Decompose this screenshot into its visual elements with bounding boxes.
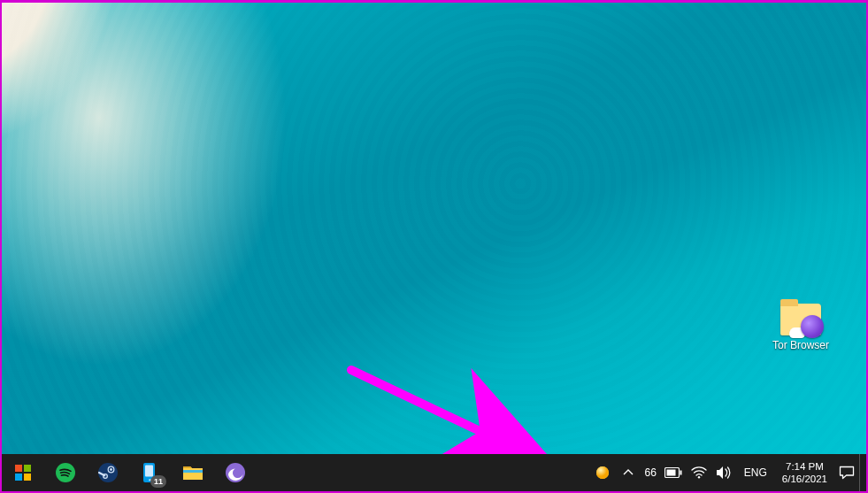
svg-rect-4 bbox=[24, 474, 31, 481]
taskbar-app-firefox[interactable] bbox=[214, 454, 257, 491]
annotation-arrow bbox=[351, 370, 555, 455]
weather-temp[interactable]: 66 bbox=[641, 466, 659, 479]
wifi-icon bbox=[691, 466, 707, 479]
taskbar-app-steam[interactable] bbox=[87, 454, 129, 491]
steam-icon bbox=[97, 462, 119, 483]
svg-rect-11 bbox=[145, 466, 153, 477]
taskbar-badge: 11 bbox=[150, 475, 166, 488]
tray-overflow-button[interactable] bbox=[616, 454, 641, 491]
chevron-up-icon bbox=[623, 467, 634, 478]
svg-rect-1 bbox=[15, 465, 22, 472]
ime-label: ENG bbox=[741, 466, 771, 479]
battery-icon bbox=[664, 467, 682, 478]
battery-tray[interactable] bbox=[660, 454, 687, 491]
taskbar-app-explorer[interactable] bbox=[172, 454, 214, 491]
svg-rect-19 bbox=[666, 470, 675, 476]
tor-folder-icon bbox=[780, 304, 821, 335]
sound-tray[interactable] bbox=[711, 454, 736, 491]
sound-icon bbox=[716, 466, 732, 480]
show-desktop-button[interactable] bbox=[859, 454, 864, 491]
svg-line-0 bbox=[351, 370, 528, 454]
spotify-icon bbox=[55, 462, 76, 483]
sun-icon bbox=[594, 464, 611, 481]
svg-rect-18 bbox=[680, 471, 681, 475]
clock-date: 6/16/2021 bbox=[782, 473, 827, 485]
start-button[interactable] bbox=[2, 454, 44, 491]
wifi-tray[interactable] bbox=[687, 454, 711, 491]
action-center-icon bbox=[839, 466, 855, 480]
svg-point-8 bbox=[110, 468, 112, 471]
cloud-sync-badge-icon bbox=[789, 327, 805, 338]
firefox-icon bbox=[225, 462, 246, 483]
desktop-wallpaper[interactable]: Tor Browser bbox=[2, 3, 866, 455]
svg-point-20 bbox=[698, 476, 700, 478]
svg-point-16 bbox=[596, 466, 609, 479]
file-explorer-icon bbox=[182, 463, 204, 482]
svg-rect-3 bbox=[15, 474, 22, 481]
svg-rect-2 bbox=[24, 465, 31, 472]
clock-time: 7:14 PM bbox=[782, 460, 827, 473]
action-center-button[interactable] bbox=[834, 454, 859, 491]
clock-tray[interactable]: 7:14 PM 6/16/2021 bbox=[775, 460, 834, 486]
desktop-shortcut-tor[interactable]: Tor Browser bbox=[765, 304, 836, 351]
taskbar-app-yourphone[interactable]: 11 bbox=[129, 454, 172, 491]
desktop-shortcut-label: Tor Browser bbox=[765, 339, 836, 351]
taskbar: 11 bbox=[2, 454, 866, 491]
svg-rect-13 bbox=[183, 470, 203, 473]
weather-tray-icon[interactable] bbox=[589, 454, 616, 491]
ime-indicator[interactable]: ENG bbox=[736, 454, 775, 491]
taskbar-app-spotify[interactable] bbox=[44, 454, 87, 491]
windows-logo-icon bbox=[15, 465, 31, 481]
